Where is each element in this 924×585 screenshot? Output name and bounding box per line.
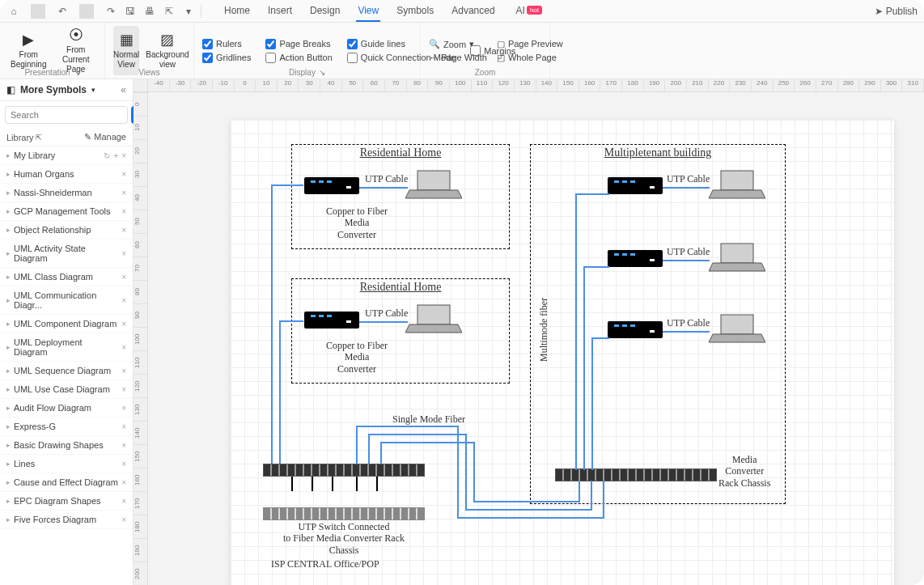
page-width-button[interactable]: ↔Page Width [429,53,487,62]
add-icon[interactable]: + [113,151,118,160]
refresh-icon[interactable]: ↻ [104,151,110,160]
close-icon[interactable]: × [121,478,126,487]
pin-icon[interactable]: ⇱ [36,134,42,142]
tab-insert[interactable]: Insert [266,2,294,21]
library-item[interactable]: ▸Audit Flow Diagram× [0,399,133,418]
tab-home[interactable]: Home [223,2,252,21]
residential-home-box-1[interactable]: Residential Home UTP Cable Copper to Fib… [291,144,510,249]
save-icon[interactable]: 🖫 [123,4,138,19]
utp-switch[interactable] [263,507,425,520]
media-converter-device[interactable] [608,321,663,338]
laptop-icon[interactable] [709,169,765,200]
res-home-1-title: Residential Home [292,146,509,159]
diagram-page[interactable]: Residential Home UTP Cable Copper to Fib… [231,120,894,585]
library-item[interactable]: ▸UML Communication Diagr...× [0,286,133,315]
close-icon[interactable]: × [121,385,126,394]
library-item[interactable]: ▸Human Organs× [0,165,133,184]
close-icon[interactable]: × [121,273,126,282]
close-icon[interactable]: × [121,207,126,216]
close-icon[interactable]: × [121,226,126,235]
media-converter-device[interactable] [304,177,359,194]
library-item[interactable]: ▸Nassi-Shneiderman× [0,184,133,202]
laptop-icon[interactable] [405,169,462,200]
library-item[interactable]: ▸UML Deployment Diagram× [0,333,133,362]
collapse-sidebar-icon[interactable]: « [121,84,126,95]
utp-cable-label: UTP Cable [667,246,710,258]
library-item-my-library[interactable]: ▸My Library↻+× [0,146,133,165]
media-converter-device[interactable] [608,177,663,194]
laptop-icon[interactable] [709,313,765,344]
zoom-button[interactable]: 🔍Zoom▾ [429,39,487,49]
tab-ai[interactable]: AIhot [515,2,544,21]
close-icon[interactable]: × [121,497,126,506]
close-icon[interactable]: × [121,151,126,160]
dropdown-icon[interactable]: ▾ [91,86,95,94]
media-converter-rack-central[interactable] [263,464,425,477]
laptop-icon[interactable] [405,303,462,334]
svg-marker-1 [405,190,462,198]
tab-symbols[interactable]: Symbols [395,2,435,21]
library-item[interactable]: ▸UML Component Diagram× [0,315,133,333]
action-button-checkbox[interactable]: Action Button [265,53,332,63]
launcher-icon[interactable]: ↘ [74,68,80,77]
search-input[interactable] [5,106,128,124]
residential-home-box-2[interactable]: Residential Home UTP Cable Copper to Fib… [291,278,510,384]
page-width-icon: ↔ [429,53,438,62]
close-icon[interactable]: × [121,441,126,450]
preview-icon: ▢ [497,39,505,49]
whole-page-button[interactable]: ◰Whole Page [497,53,563,63]
page-breaks-checkbox[interactable]: Page Breaks [265,39,332,49]
library-item[interactable]: ▸UML Class Diagram× [0,268,133,286]
zoom-group-label: Zoom [421,68,549,77]
canvas-area[interactable]: -40-30-20-100102030405060708090100110120… [134,79,924,585]
gridlines-checkbox[interactable]: Gridlines [202,53,251,63]
tab-view[interactable]: View [356,2,380,21]
library-item[interactable]: ▸UML Activity State Diagram× [0,240,133,268]
home-icon[interactable]: ⌂ [6,4,21,19]
close-icon[interactable]: × [121,343,126,352]
library-item[interactable]: ▸Object Relationship× [0,221,133,240]
manage-button[interactable]: ✎ Manage [84,132,126,142]
media-converter-device[interactable] [608,250,663,267]
library-item[interactable]: ▸UML Use Case Diagram× [0,380,133,399]
redo-icon[interactable]: ↷ [104,4,118,19]
close-icon[interactable]: × [121,404,126,413]
close-icon[interactable]: × [121,367,126,375]
library-item[interactable]: ▸Basic Drawing Shapes× [0,436,133,455]
library-item[interactable]: ▸Lines× [0,455,133,473]
library-item[interactable]: ▸UML Sequence Diagram× [0,362,133,380]
library-item[interactable]: ▸Five Forces Diagram× [0,511,133,529]
library-item[interactable]: ▸Express-G× [0,418,133,436]
multitenant-box[interactable]: Multipletenant building UTP Cable UTP Ca… [530,144,786,504]
close-icon[interactable]: × [121,422,126,431]
media-converter-rack[interactable] [555,468,717,481]
export-icon[interactable]: ⇱ [162,4,176,19]
close-icon[interactable]: × [121,170,126,179]
caret-icon: ▸ [6,515,11,524]
media-converter-device[interactable] [304,312,359,329]
utp-cable-label: UTP Cable [667,173,710,185]
close-icon[interactable]: × [121,460,126,468]
publish-button[interactable]: ➤ Publish [875,6,918,17]
symbols-icon: ◧ [6,84,15,95]
close-icon[interactable]: × [121,515,126,524]
tab-design[interactable]: Design [308,2,341,21]
more-symbols-label[interactable]: More Symbols [20,84,87,95]
tab-advanced[interactable]: Advanced [450,2,496,21]
library-item[interactable]: ▸GCP Management Tools× [0,202,133,221]
rulers-checkbox[interactable]: Rulers [202,39,251,49]
launcher-icon[interactable]: ↘ [319,68,325,77]
close-icon[interactable]: × [121,189,126,197]
library-item[interactable]: ▸Cause and Effect Diagram× [0,473,133,492]
close-icon[interactable]: × [121,296,126,305]
qat-more[interactable]: ▾ [181,4,196,19]
play-from-start-icon: ▶ [23,32,34,49]
laptop-icon[interactable] [709,242,765,273]
library-item[interactable]: ▸EPC Diagram Shapes× [0,492,133,511]
close-icon[interactable]: × [121,320,126,329]
page-preview-button[interactable]: ▢Page Preview [497,39,563,49]
undo-icon[interactable]: ↶ [55,4,70,19]
print-icon[interactable]: 🖶 [142,4,157,19]
ruler-horizontal: -40-30-20-100102030405060708090100110120… [148,79,924,92]
close-icon[interactable]: × [121,249,126,258]
